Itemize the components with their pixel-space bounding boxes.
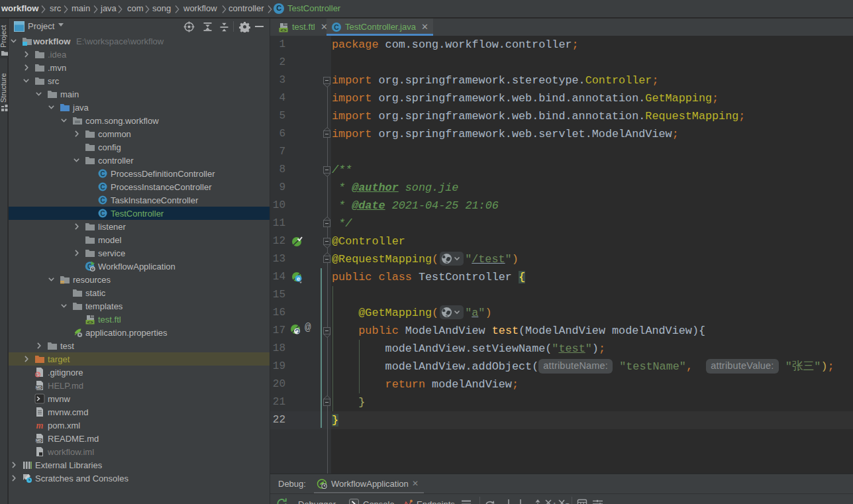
svg-text:C: C <box>100 197 105 204</box>
svg-text:C: C <box>334 23 339 31</box>
svg-text:e: e <box>297 276 300 282</box>
svg-text:MD: MD <box>36 438 42 442</box>
svg-text:<>: <> <box>280 27 287 32</box>
svg-text:MD: MD <box>36 385 42 389</box>
svg-text:m: m <box>36 421 44 430</box>
svg-text:C: C <box>100 183 105 191</box>
svg-text:1: 1 <box>553 501 556 504</box>
svg-text:<>: <> <box>87 319 93 325</box>
svg-text:C: C <box>100 210 105 217</box>
svg-text:C: C <box>100 170 105 177</box>
